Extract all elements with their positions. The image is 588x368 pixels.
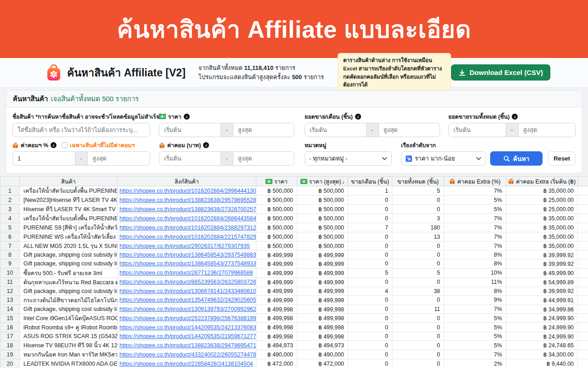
product-name-cell: iRobot Roomba s9+ คู่ iRobot Roomba s: [20, 323, 118, 332]
product-link[interactable]: https://shopee.co.th/product/144209535/2…: [119, 333, 256, 339]
product-name-input[interactable]: [12, 123, 150, 137]
product-link[interactable]: https://shopee.co.th/product/138823638/2…: [119, 197, 256, 203]
product-link[interactable]: https://shopee.co.th/product/885239563/2…: [119, 279, 256, 285]
product-link[interactable]: https://shopee.co.th/product/138823638/2…: [119, 342, 256, 349]
money-icon: [300, 179, 307, 184]
col-header-product-link[interactable]: ลิงก์สินค้า: [118, 177, 256, 186]
chevron-down-icon: [382, 157, 387, 161]
sold-month-cell: 0: [348, 314, 392, 323]
product-name-cell: PURENINE WS เครื่องให้น้ำสัตว์เลี้ยง [แบ…: [20, 232, 118, 242]
product-link-cell: https://shopee.co.th/product/1016202884/…: [118, 186, 256, 196]
price-max-cell: ฿ 500,000: [297, 232, 348, 242]
col-header-product[interactable]: สินค้า: [20, 177, 118, 186]
comm-extra-pct-cell: 8%: [444, 259, 506, 268]
col-header-sold-total[interactable]: ขายทั้งหมด (ชิ้น): [392, 177, 444, 186]
price-cell: ฿ 500,000: [256, 232, 297, 242]
range-separator: -: [75, 151, 87, 166]
spacer-cell: [578, 214, 588, 223]
product-link[interactable]: https://shopee.co.th/product/138823638/2…: [119, 206, 256, 213]
product-link-cell: https://shopee.co.th/product/1309139793/…: [118, 305, 256, 313]
comm-extra-pct-cell: 5%: [444, 205, 506, 214]
info-icon[interactable]: i: [51, 142, 57, 148]
row-number-cell: 16: [0, 323, 20, 332]
product-link[interactable]: https://shopee.co.th/product/1309139793/…: [119, 306, 256, 312]
col-header-label: ขายทั้งหมด (ชิ้น): [397, 178, 439, 185]
row-number-cell: 2: [0, 196, 20, 205]
product-link[interactable]: https://shopee.co.th/product/1016202884/…: [119, 234, 256, 240]
row-number-cell: 15: [0, 314, 20, 323]
commission-pct-max-input[interactable]: [87, 151, 150, 166]
product-link[interactable]: https://shopee.co.th/product/1016202884/…: [119, 224, 256, 231]
col-header-comm-extra-start[interactable]: ค่าคอม Extra เริ่มต้น (฿): [506, 177, 578, 186]
comm-extra-pct-cell: 10%: [444, 268, 506, 277]
search-panel-title: ค้นหาสินค้า: [13, 93, 48, 104]
info-icon[interactable]: i: [184, 114, 190, 120]
col-header-label: ค่าคอม Extra (%): [457, 178, 500, 185]
product-link[interactable]: https://shopee.co.th/product/29026317/62…: [119, 243, 250, 249]
product-link[interactable]: https://shopee.co.th/product/1306678141/…: [119, 288, 256, 294]
sales-total-max-input[interactable]: [518, 123, 576, 137]
commission-baht-min-input[interactable]: [159, 151, 221, 166]
product-name-cell: เครื่องให้น้ำสัตว์แบบตั้งพื้น PURENINE ร…: [20, 214, 118, 223]
price-min-input[interactable]: [159, 123, 221, 137]
table-row: 10ซื้อครบ 500.- รับฟรี อายเจล 3mlhttps:/…: [0, 268, 588, 277]
info-icon[interactable]: i: [355, 114, 361, 120]
product-link[interactable]: https://shopee.co.th/product/1354749632/…: [119, 297, 256, 303]
product-name-cell: Gift package, shipping cost subsidy link: [20, 287, 118, 295]
price-max-input[interactable]: [233, 123, 295, 137]
app-title: ค้นหาสินค้า Affiliate [V2]: [67, 64, 186, 81]
comm-extra-pct-cell: 8%: [444, 287, 506, 295]
price-max-cell: ฿ 500,000: [297, 223, 348, 232]
commission-baht-max-input[interactable]: [233, 151, 295, 166]
price-cell: ฿ 499,998: [256, 323, 297, 332]
field-sort: เรียงลำดับจาก ราคา มาก-น้อย: [401, 141, 486, 166]
product-link[interactable]: https://shopee.co.th/product/1016202884/…: [119, 215, 256, 222]
col-header-comm-extra-pct[interactable]: ค่าคอม Extra (%): [444, 177, 506, 186]
sold-total-cell: 5: [392, 268, 444, 277]
no-commission-checkbox-label[interactable]: เฉพาะสินค้าที่ไม่มีค่าคอมฯ: [70, 141, 135, 150]
product-link[interactable]: https://shopee.co.th/product/1016202884/…: [119, 188, 256, 194]
reset-button[interactable]: Reset: [548, 151, 576, 166]
product-link[interactable]: https://shopee.co.th/product/1386458543/…: [119, 260, 256, 267]
col-header-price-max[interactable]: ราคา (สูงสุด)↓: [297, 177, 348, 186]
table-row: 14Gift package, shipping cost subsidy li…: [0, 305, 588, 313]
spacer-cell: [578, 295, 588, 305]
col-header-sold-month[interactable]: ขาย/เดือน (ชิ้น): [348, 177, 392, 186]
price-cell: ฿ 500,000: [256, 223, 297, 232]
spacer-cell: [578, 323, 588, 332]
comm-extra-pct-cell: 7%: [444, 232, 506, 242]
download-icon: [458, 69, 466, 76]
sort-select[interactable]: ราคา มาก-น้อย: [401, 151, 486, 166]
comm-extra-start-cell: ฿ 39,999.92: [506, 251, 578, 259]
row-number-cell: 1: [0, 186, 20, 196]
sales-total-min-input[interactable]: [448, 123, 506, 137]
no-commission-checkbox[interactable]: [62, 142, 68, 148]
category-select[interactable]: - ทุกหมวดหมู่ -: [305, 151, 392, 166]
product-link[interactable]: https://shopee.co.th/product/252237898/2…: [119, 315, 256, 322]
product-name-cell: Hisense ทีวี LASER TV 4K Smart TV ขนาด: [20, 205, 118, 214]
info-icon[interactable]: i: [203, 142, 209, 148]
sales-month-max-input[interactable]: [379, 123, 441, 137]
col-header-price[interactable]: ราคา: [256, 177, 297, 186]
comm-extra-pct-cell: 7%: [444, 186, 506, 196]
comm-extra-pct-cell: 7%: [444, 305, 506, 313]
product-link[interactable]: https://shopee.co.th/product/28771236/27…: [119, 270, 253, 276]
product-link[interactable]: https://shopee.co.th/product/1386458543/…: [119, 252, 256, 258]
download-excel-button[interactable]: Download Excel (CSV): [451, 64, 550, 80]
price-max-cell: ฿ 500,000: [297, 214, 348, 223]
search-button[interactable]: ค้นหา: [490, 151, 543, 166]
info-icon[interactable]: i: [512, 114, 518, 120]
product-link-cell: https://shopee.co.th/product/28771236/27…: [118, 268, 256, 277]
commission-pct-min-input[interactable]: [12, 151, 75, 166]
price-cell: ฿ 499,999: [256, 295, 297, 305]
product-link[interactable]: https://shopee.co.th/product/22858428/24…: [119, 361, 253, 367]
category-label: หมวดหมู่: [305, 141, 392, 149]
money-icon: [266, 179, 272, 184]
product-link[interactable]: https://shopee.co.th/product/433240022/2…: [119, 351, 256, 358]
sold-total-cell: 3: [392, 214, 444, 223]
table-row: 11ต้นกุหลาบแดงไร้หนาม Red Baccara ดอกใht…: [0, 277, 588, 287]
sales-month-min-input[interactable]: [305, 123, 367, 137]
chevron-down-icon: [476, 157, 481, 161]
product-link[interactable]: https://shopee.co.th/product/144209535/2…: [119, 324, 256, 331]
row-number-cell: 5: [0, 223, 20, 232]
